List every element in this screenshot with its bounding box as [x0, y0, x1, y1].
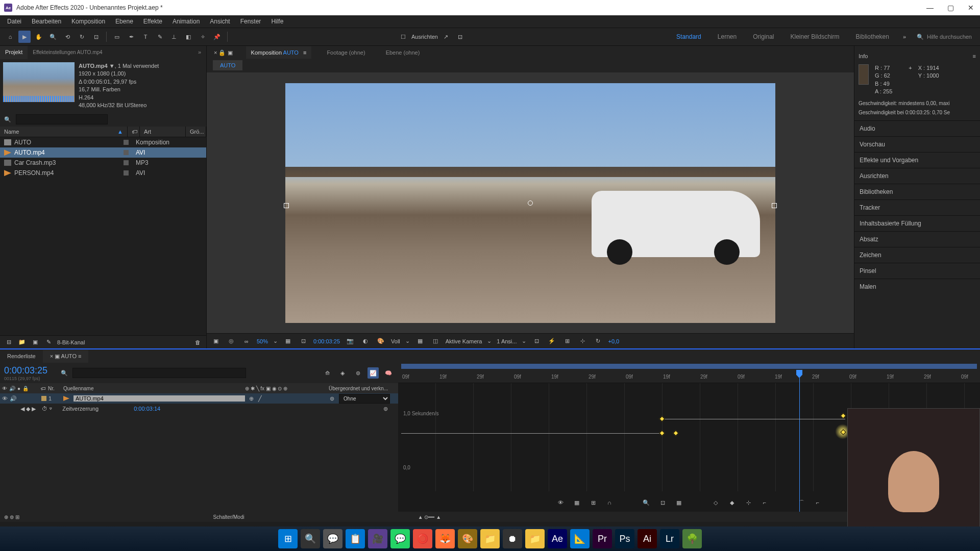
taskbar-app-9[interactable]: 📁: [480, 529, 500, 548]
comp-breadcrumb[interactable]: AUTO: [207, 59, 854, 72]
comp-viewer[interactable]: [207, 72, 854, 333]
graph-opts[interactable]: ▦: [571, 497, 582, 508]
cam-dropdown[interactable]: ⌄: [487, 338, 492, 344]
views-value[interactable]: 1 Ansi...: [497, 338, 517, 344]
col-tag[interactable]: 🏷: [128, 127, 140, 137]
timeline-button[interactable]: ⊞: [562, 336, 572, 346]
px-aspect-button[interactable]: ⊡: [531, 336, 542, 346]
prop-name[interactable]: Zeitverzerrung: [62, 406, 134, 412]
keyframe[interactable]: [840, 413, 846, 418]
panel-inhaltsbasierte-füllung[interactable]: Inhaltsbasierte Füllung: [854, 215, 980, 231]
close-button[interactable]: ✕: [966, 4, 976, 12]
motion-blur-button[interactable]: ⊚: [352, 367, 363, 379]
panel-effekte-und-vorgaben[interactable]: Effekte und Vorgaben: [854, 152, 980, 168]
snap-checkbox[interactable]: ☐: [397, 31, 409, 43]
zoom-dropdown[interactable]: ⌄: [273, 338, 278, 344]
handle-center[interactable]: [528, 201, 533, 206]
panel-tracker[interactable]: Tracker: [854, 199, 980, 215]
col-size[interactable]: Grö...: [186, 127, 206, 137]
panel-pinsel[interactable]: Pinsel: [854, 263, 980, 279]
res-dropdown[interactable]: ⌄: [405, 338, 410, 344]
panel-absatz[interactable]: Absatz: [854, 231, 980, 247]
minimize-button[interactable]: —: [925, 4, 935, 12]
taskbar-app-16[interactable]: Ai: [638, 529, 657, 548]
workspace-original[interactable]: Original: [746, 31, 781, 42]
transform-button[interactable]: ⊹: [743, 497, 754, 508]
reset-button[interactable]: ↻: [593, 336, 603, 346]
playhead[interactable]: [796, 370, 802, 378]
taskbar-app-15[interactable]: Ps: [615, 529, 634, 548]
camera-value[interactable]: Aktive Kamera: [446, 338, 482, 344]
zoom-tool[interactable]: 🔍: [47, 31, 59, 43]
graph-editor-button[interactable]: 📈: [368, 367, 379, 379]
always-preview-button[interactable]: ▣: [211, 336, 221, 346]
resolution-value[interactable]: Voll: [391, 338, 400, 344]
switches-modes[interactable]: Schalter/Modi: [213, 514, 244, 520]
resolution-button[interactable]: ▦: [283, 336, 293, 346]
tab-layer[interactable]: Ebene (ohne): [381, 46, 425, 59]
handle-left[interactable]: [284, 203, 289, 208]
taskbar-app-10[interactable]: ⏺: [503, 529, 522, 548]
workspace-bibliotheken[interactable]: Bibliotheken: [849, 31, 896, 42]
fit-button[interactable]: 🔍: [641, 497, 652, 508]
tab-project[interactable]: Projekt: [0, 46, 28, 59]
camera-tool[interactable]: ⊡: [90, 31, 102, 43]
flowchart-button[interactable]: ⊹: [577, 336, 587, 346]
menu-hilfe[interactable]: Hilfe: [266, 16, 288, 27]
views-dropdown[interactable]: ⌄: [522, 338, 526, 344]
tab-footage[interactable]: Footage (ohne): [322, 46, 370, 59]
roi-button[interactable]: ⊡: [298, 336, 308, 346]
mask-button[interactable]: ∞: [241, 336, 252, 346]
taskbar-app-13[interactable]: 📐: [570, 529, 590, 548]
menu-komposition[interactable]: Komposition: [66, 16, 110, 27]
menu-ansicht[interactable]: Ansicht: [205, 16, 235, 27]
adjust-value[interactable]: +0,0: [608, 338, 619, 344]
fit-sel-button[interactable]: ⊡: [657, 497, 668, 508]
eye-button[interactable]: 👁: [555, 497, 566, 508]
taskbar-app-4[interactable]: 🎥: [368, 529, 387, 548]
default-button[interactable]: ⊡: [454, 31, 467, 43]
trash-button[interactable]: 🗑: [193, 338, 202, 347]
panel-zeichen[interactable]: Zeichen: [854, 247, 980, 263]
menu-animation[interactable]: Animation: [167, 16, 205, 27]
layer-name[interactable]: AUTO.mp4: [74, 395, 245, 402]
menu-bearbeiten[interactable]: Bearbeiten: [27, 16, 66, 27]
workspace-kleiner-bildschirm[interactable]: Kleiner Bildschirm: [783, 31, 847, 42]
graph-opts2[interactable]: ⊞: [587, 497, 599, 508]
taskbar-app-14[interactable]: Pr: [593, 529, 612, 548]
ease-button[interactable]: ⌒: [796, 497, 807, 508]
menu-ebene[interactable]: Ebene: [110, 16, 138, 27]
hand-tool[interactable]: ✋: [33, 31, 45, 43]
bezier-button[interactable]: ⌐: [759, 497, 770, 508]
edit-button[interactable]: ◆: [726, 497, 738, 508]
project-row[interactable]: AUTOKomposition: [0, 137, 206, 147]
snap-options[interactable]: ↗: [440, 31, 452, 43]
prop-value[interactable]: 0:00:03:14: [134, 406, 160, 412]
menu-fenster[interactable]: Fenster: [235, 16, 266, 27]
interpret-button[interactable]: ⊟: [4, 338, 13, 347]
help-search[interactable]: 🔍 Hilfe durchsuchen: [913, 33, 976, 41]
taskbar-app-1[interactable]: 🔍: [301, 529, 320, 548]
snapshot-button[interactable]: 📷: [345, 336, 355, 346]
frame-blend-button[interactable]: ◈: [337, 367, 348, 379]
keyframe[interactable]: [659, 416, 665, 421]
timeline-search[interactable]: [72, 368, 246, 378]
taskbar-app-2[interactable]: 💬: [323, 529, 342, 548]
col-parent[interactable]: Übergeordnet und verkn...: [327, 386, 398, 391]
text-tool[interactable]: T: [139, 31, 152, 43]
color-button[interactable]: 🎨: [376, 336, 386, 346]
taskbar-app-0[interactable]: ⊞: [278, 529, 298, 548]
workspace-standard[interactable]: Standard: [669, 31, 708, 42]
taskbar-app-17[interactable]: Lr: [660, 529, 679, 548]
sort-icon[interactable]: ▲: [117, 129, 123, 135]
work-area-bar[interactable]: [401, 364, 977, 369]
taskbar-app-6[interactable]: ⭕: [413, 529, 432, 548]
roto-tool[interactable]: ✧: [197, 31, 209, 43]
col-source[interactable]: Quellenname: [61, 386, 245, 391]
transparency-button[interactable]: ◎: [226, 336, 236, 346]
panel-menu[interactable]: »: [193, 46, 206, 59]
taskbar-app-12[interactable]: Ae: [548, 529, 567, 548]
comp-button[interactable]: ▣: [31, 338, 40, 347]
viewer-time[interactable]: 0:00:03:25: [313, 338, 340, 344]
project-search[interactable]: [16, 114, 108, 124]
